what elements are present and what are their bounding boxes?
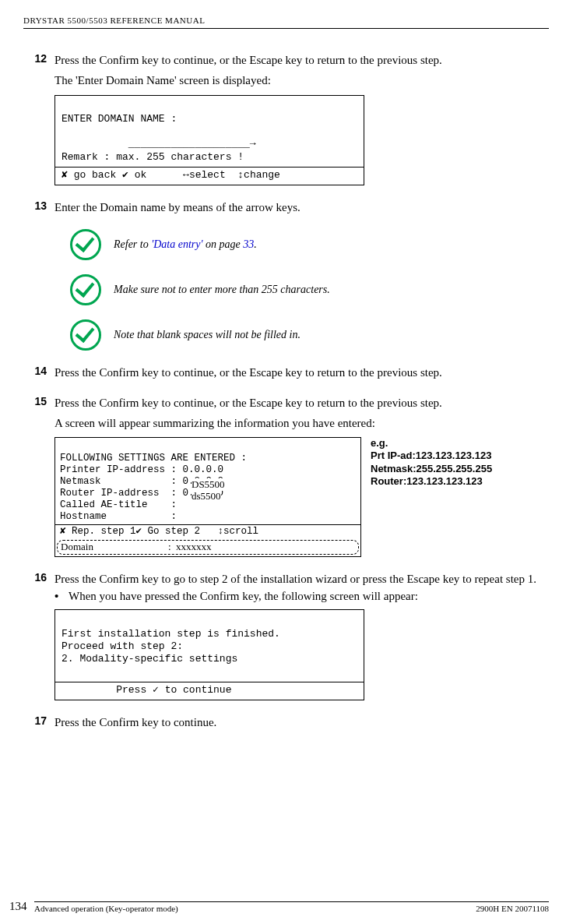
lcd-screen-step-finished: First installation step is finished. Pro… xyxy=(54,609,364,700)
t: . xyxy=(254,238,257,250)
step-number-13: 13 xyxy=(23,199,54,215)
link-page-33[interactable]: 33 xyxy=(243,238,254,250)
note-text: Refer to 'Data entry' on page 33. xyxy=(114,238,257,251)
footer-left: Advanced operation (Key-operator mode) xyxy=(34,904,178,913)
step-15-subtext: A screen will appear summarizing the inf… xyxy=(54,415,549,431)
step-number-17: 17 xyxy=(23,714,54,730)
checkmark-icon xyxy=(70,229,101,260)
step-text-13: Enter the Domain name by means of the ar… xyxy=(54,199,549,215)
step-number-14: 14 xyxy=(23,365,54,380)
lcd-line: First installation step is finished. xyxy=(62,628,280,640)
overlay-hostname: ds5500 xyxy=(192,490,221,503)
bullet-icon: • xyxy=(54,590,69,603)
lcd-line: ENTER DOMAIN NAME : xyxy=(62,113,177,125)
note-text: Make sure not to enter more than 255 cha… xyxy=(114,284,330,296)
note-text: Note that blank spaces will not be fille… xyxy=(114,329,301,341)
domain-label: Domain xyxy=(61,541,93,552)
overlay-ae-title: DS5500 xyxy=(192,478,225,491)
step-number-16: 16 xyxy=(23,571,54,587)
lcd-line: 2. Modality-specific settings xyxy=(62,653,237,665)
lcd-line: Printer IP-address : 0.0.0.0 xyxy=(60,464,223,475)
lcd-domain-row: Domain: xxxxxxx xyxy=(57,540,359,555)
step-text-12: Press the Confirm key to continue, or th… xyxy=(54,52,549,68)
footer-right: 2900H EN 20071108 xyxy=(476,904,549,913)
lcd-softkeys: ✘ Rep. step 1✔ Go step 2 ↕scroll xyxy=(55,524,360,538)
t: Refer to xyxy=(114,238,151,250)
step-text-14: Press the Confirm key to continue, or th… xyxy=(54,365,549,380)
step-text-17: Press the Confirm key to continue. xyxy=(54,714,549,730)
lcd-softkeys: ✘ go back ✔ ok ↔select ↕change xyxy=(55,167,364,185)
step-number-15: 15 xyxy=(23,395,54,411)
note-max-chars: Make sure not to enter more than 255 cha… xyxy=(70,274,549,305)
running-header: DRYSTAR 5500/5503 REFERENCE MANUAL xyxy=(23,16,549,29)
lcd-screen-domain-name: ENTER DOMAIN NAME : ____________________… xyxy=(54,95,364,186)
lcd-line: Remark : max. 255 characters ! xyxy=(62,151,244,163)
step-16-bullet: When you have pressed the Confirm key, t… xyxy=(69,590,418,603)
eg-line: Netmask:255.255.255.255 xyxy=(371,463,492,475)
lcd-softkeys: Press ✓ to continue xyxy=(55,682,364,700)
note-blank-spaces: Note that blank spaces will not be fille… xyxy=(70,319,549,351)
step-12-subtext: The 'Enter Domain Name' screen is displa… xyxy=(54,72,549,88)
step-text-15: Press the Confirm key to continue, or th… xyxy=(54,395,549,411)
page-footer: 134 Advanced operation (Key-operator mod… xyxy=(0,900,580,913)
lcd-line: Called AE-title : xyxy=(60,499,183,510)
lcd-screen-settings-summary: FOLLOWING SETTINGS ARE ENTERED : Printer… xyxy=(54,437,361,557)
lcd-line: ____________________→ xyxy=(62,138,256,150)
link-data-entry[interactable]: 'Data entry' xyxy=(151,238,202,250)
eg-line: Router:123.123.123.123 xyxy=(371,475,492,488)
t: on page xyxy=(202,238,243,250)
lcd-line: FOLLOWING SETTINGS ARE ENTERED : xyxy=(60,453,247,464)
checkmark-icon xyxy=(70,274,101,305)
note-refer-data-entry: Refer to 'Data entry' on page 33. xyxy=(70,229,549,260)
eg-line: Prt IP-ad:123.123.123.123 xyxy=(371,450,492,462)
domain-value: : xxxxxxx xyxy=(168,541,212,552)
lcd-line: Proceed with step 2: xyxy=(62,640,183,652)
example-values: e.g. Prt IP-ad:123.123.123.123 Netmask:2… xyxy=(371,437,492,488)
step-number-12: 12 xyxy=(23,52,54,68)
step-text-16: Press the Confirm key to go to step 2 of… xyxy=(54,571,549,587)
page-number: 134 xyxy=(9,900,34,913)
checkmark-icon xyxy=(70,319,101,351)
eg-line: e.g. xyxy=(371,437,492,450)
lcd-line: Hostname : xyxy=(60,511,183,522)
